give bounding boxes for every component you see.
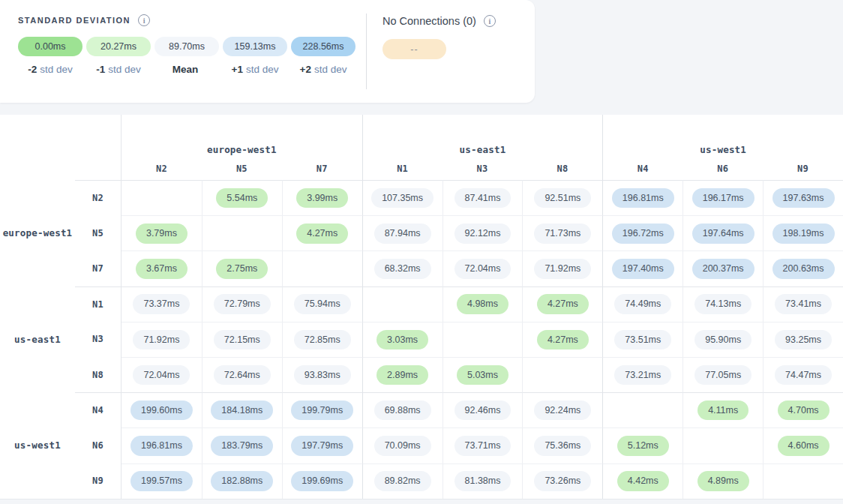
latency-pill[interactable]: 73.26ms — [534, 471, 591, 491]
latency-pill[interactable]: 199.60ms — [130, 400, 193, 421]
latency-cell: 5.03ms — [442, 357, 523, 392]
latency-pill[interactable]: 2.89ms — [376, 365, 428, 386]
latency-pill[interactable]: 183.79ms — [211, 436, 273, 456]
latency-pill[interactable]: 71.92ms — [133, 330, 190, 350]
latency-pill[interactable]: 73.71ms — [454, 436, 512, 456]
latency-pill[interactable]: 92.24ms — [534, 400, 591, 421]
latency-pill[interactable]: 68.32ms — [374, 259, 431, 279]
latency-pill[interactable]: 92.51ms — [534, 188, 591, 208]
latency-pill[interactable]: 200.63ms — [772, 259, 835, 279]
latency-pill[interactable]: 72.04ms — [454, 259, 512, 279]
latency-pill[interactable]: 73.21ms — [614, 365, 671, 386]
latency-pill[interactable]: 72.79ms — [214, 294, 271, 314]
latency-pill[interactable]: 93.83ms — [294, 365, 351, 386]
node-row-label: N6 — [75, 428, 122, 463]
latency-pill[interactable]: 5.54ms — [216, 188, 268, 208]
legend-labels: -2std dev-1std devMean+1std dev+2std dev — [18, 64, 356, 75]
latency-cell: 5.54ms — [202, 180, 282, 215]
latency-cell: 73.26ms — [522, 464, 602, 499]
latency-cell: 72.79ms — [202, 286, 282, 322]
latency-pill[interactable]: 4.27ms — [296, 224, 348, 244]
latency-pill[interactable]: 196.81ms — [612, 188, 674, 208]
latency-pill[interactable]: 200.37ms — [692, 259, 754, 279]
region-row-label: europe-west1 — [0, 180, 75, 286]
latency-pill[interactable]: 93.25ms — [775, 330, 832, 350]
info-icon[interactable]: i — [138, 14, 150, 26]
latency-pill[interactable]: 92.12ms — [454, 224, 512, 244]
latency-cell: 75.94ms — [282, 286, 362, 322]
latency-pill[interactable]: 199.79ms — [291, 400, 353, 421]
node-row-label: N2 — [75, 180, 122, 215]
latency-cell: 196.81ms — [122, 428, 202, 463]
latency-cell: 70.09ms — [362, 428, 442, 463]
legend-stop-label: -1std dev — [86, 64, 151, 75]
latency-pill[interactable]: 3.03ms — [376, 330, 428, 350]
latency-pill[interactable]: 74.13ms — [694, 294, 752, 314]
latency-pill[interactable]: 72.85ms — [294, 330, 351, 350]
latency-pill[interactable]: 70.09ms — [374, 436, 431, 456]
latency-pill[interactable]: 197.40ms — [612, 259, 674, 279]
latency-pill[interactable]: 4.60ms — [778, 436, 830, 456]
node-row-label: N9 — [75, 464, 122, 499]
latency-pill[interactable]: 72.64ms — [214, 365, 271, 386]
latency-pill[interactable]: 71.73ms — [534, 224, 591, 244]
latency-pill[interactable]: 75.94ms — [294, 294, 351, 314]
latency-pill[interactable]: 196.72ms — [612, 224, 674, 244]
latency-pill[interactable]: 184.18ms — [211, 400, 273, 421]
latency-pill[interactable]: 81.38ms — [454, 471, 512, 491]
latency-pill[interactable]: 199.69ms — [291, 471, 353, 491]
latency-pill[interactable]: 4.11ms — [698, 400, 748, 421]
latency-cell: 196.72ms — [602, 215, 682, 250]
latency-pill[interactable]: 5.03ms — [457, 365, 508, 386]
node-row-label: N7 — [75, 250, 122, 286]
region-column-header: us-west1 — [602, 115, 843, 158]
latency-cell: 196.81ms — [602, 180, 682, 215]
latency-cell: 95.90ms — [682, 322, 763, 357]
latency-cell: 4.70ms — [763, 392, 843, 428]
latency-pill[interactable]: 87.41ms — [454, 188, 512, 208]
latency-pill[interactable]: 199.57ms — [130, 471, 193, 491]
latency-pill[interactable]: 71.92ms — [534, 259, 591, 279]
latency-cell: 2.89ms — [362, 357, 442, 392]
latency-pill[interactable]: 4.98ms — [457, 294, 508, 314]
latency-pill[interactable]: 87.94ms — [374, 224, 431, 244]
latency-cell: 92.24ms — [522, 392, 602, 428]
latency-pill[interactable]: 196.81ms — [130, 436, 193, 456]
latency-pill[interactable]: 197.64ms — [692, 224, 754, 244]
latency-pill[interactable]: 73.51ms — [614, 330, 671, 350]
latency-pill[interactable]: 197.79ms — [291, 436, 353, 456]
latency-pill[interactable]: 4.70ms — [778, 400, 830, 421]
node-row-label: N5 — [75, 215, 122, 250]
latency-pill[interactable]: 4.89ms — [698, 471, 749, 491]
latency-pill[interactable]: 73.41ms — [775, 294, 832, 314]
latency-pill[interactable]: 197.63ms — [772, 188, 835, 208]
latency-pill[interactable]: 72.04ms — [133, 365, 190, 386]
latency-pill[interactable]: 73.37ms — [133, 294, 190, 314]
latency-pill[interactable]: 72.15ms — [214, 330, 271, 350]
latency-pill[interactable]: 196.17ms — [692, 188, 754, 208]
latency-pill[interactable]: 95.90ms — [694, 330, 752, 350]
latency-pill[interactable]: 198.19ms — [772, 224, 835, 244]
latency-cell: 92.46ms — [442, 392, 523, 428]
latency-pill[interactable]: 182.88ms — [211, 471, 273, 491]
latency-pill[interactable]: 75.36ms — [534, 436, 591, 456]
latency-pill[interactable]: 92.46ms — [454, 400, 512, 421]
latency-pill[interactable]: 4.27ms — [537, 294, 589, 314]
matrix-corner — [0, 115, 122, 180]
latency-pill[interactable]: 2.75ms — [216, 259, 268, 279]
latency-pill[interactable]: 107.35ms — [371, 188, 434, 208]
latency-pill[interactable]: 89.82ms — [374, 471, 431, 491]
info-icon[interactable]: i — [484, 15, 496, 27]
latency-pill[interactable]: 5.12ms — [617, 436, 669, 456]
latency-pill[interactable]: 3.67ms — [136, 259, 188, 279]
latency-cell: 184.18ms — [202, 392, 282, 428]
latency-pill[interactable]: 74.49ms — [614, 294, 671, 314]
latency-pill[interactable]: 69.88ms — [374, 400, 431, 421]
latency-pill[interactable]: 3.79ms — [136, 224, 188, 244]
latency-pill[interactable]: 4.42ms — [617, 471, 669, 491]
latency-pill[interactable]: 74.47ms — [775, 365, 832, 386]
legend-stop-pill: 89.70ms — [154, 37, 219, 56]
latency-pill[interactable]: 4.27ms — [537, 330, 589, 350]
latency-pill[interactable]: 77.05ms — [694, 365, 752, 386]
latency-pill[interactable]: 3.99ms — [296, 188, 348, 208]
